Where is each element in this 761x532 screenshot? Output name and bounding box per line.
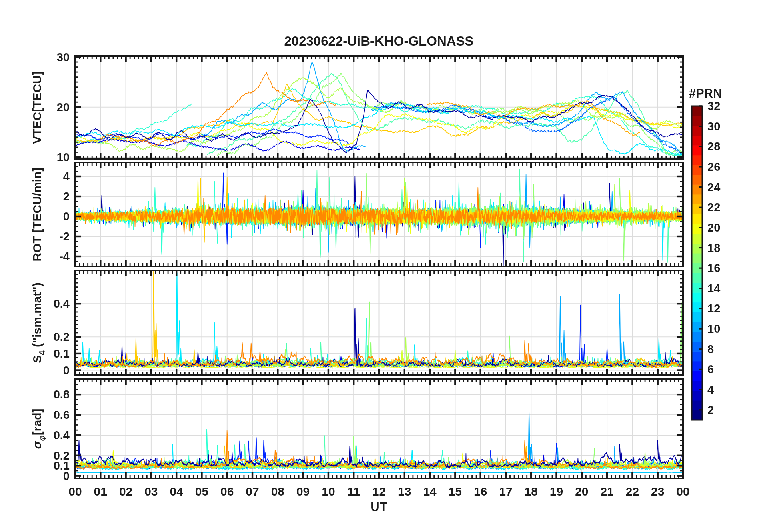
x-axis-tick-label: 04 (170, 485, 183, 498)
x-axis-tick-label: 22 (626, 485, 639, 498)
colorbar-tick-label: 30 (707, 120, 720, 133)
colorbar-tick-label: 26 (707, 160, 720, 173)
y-axis-tick-label: 0.2 (32, 449, 70, 462)
x-axis-tick-label: 20 (575, 485, 588, 498)
colorbar-tick-label: 22 (707, 201, 720, 214)
x-axis-tick-label: 05 (195, 485, 208, 498)
x-axis-tick-label: 03 (144, 485, 158, 498)
y-axis-tick-label: 0.1 (32, 347, 70, 360)
colorbar-tick-label: 6 (707, 363, 714, 376)
x-axis-tick-label: 17 (499, 485, 512, 498)
x-axis-tick-label: 13 (398, 485, 411, 498)
colorbar-tick-label: 8 (707, 342, 714, 356)
y-axis-tick-label: -4 (32, 250, 70, 263)
y-axis-tick-label: 0.4 (32, 428, 70, 442)
chart-figure: 20230622-UiB-KHO-GLONASS UT #PRN VTEC[TE… (0, 0, 761, 532)
x-axis-tick-label: 09 (296, 485, 310, 498)
colorbar-tick-label: 16 (707, 262, 720, 275)
colorbar-tick-label: 20 (707, 221, 720, 234)
x-axis-tick-label: 01 (94, 485, 107, 498)
y-axis-tick-label: 10 (32, 150, 70, 164)
y-axis-tick-label: -2 (32, 230, 70, 243)
x-axis-tick-label: 12 (372, 485, 386, 498)
colorbar-title: #PRN (689, 86, 722, 101)
y-axis-tick-label: 0.4 (32, 297, 70, 310)
colorbar-tick-label: 2 (707, 403, 714, 416)
chart-canvas (0, 0, 761, 532)
y-axis-tick-label: 30 (32, 50, 70, 64)
x-axis-tick-label: 23 (651, 485, 664, 498)
x-axis-tick-label: 19 (550, 485, 563, 498)
x-axis-tick-label: 21 (600, 485, 613, 498)
x-axis-tick-label: 15 (449, 485, 462, 498)
y-axis-tick-label: 4 (32, 170, 70, 183)
colorbar-tick-label: 24 (707, 180, 720, 194)
colorbar-tick-label: 18 (707, 241, 720, 254)
colorbar-tick-label: 10 (707, 322, 720, 336)
y-axis-tick-label: 20 (32, 100, 70, 114)
x-axis-tick-label: 10 (322, 485, 335, 498)
x-axis-tick-label: 08 (271, 485, 284, 498)
y-axis-tick-label: 0.6 (32, 408, 70, 422)
x-axis-tick-label: 11 (347, 485, 360, 498)
colorbar-tick-label: 4 (707, 383, 714, 396)
x-axis-tick-label: 14 (423, 485, 436, 498)
colorbar-tick-label: 14 (707, 282, 720, 295)
y-axis-tick-label: 0 (32, 364, 70, 377)
colorbar-tick-label: 28 (707, 140, 720, 153)
x-axis-label: UT (370, 500, 387, 514)
x-axis-tick-label: 02 (119, 485, 132, 498)
chart-title: 20230622-UiB-KHO-GLONASS (284, 34, 473, 49)
x-axis-tick-label: 07 (246, 485, 259, 498)
x-axis-tick-label: 00 (676, 485, 689, 498)
x-axis-tick-label: 00 (68, 485, 82, 498)
y-axis-tick-label: 0.8 (32, 388, 70, 401)
x-axis-tick-label: 06 (220, 485, 234, 498)
y-axis-tick-label: 0.2 (32, 330, 70, 344)
y-axis-tick-label: 0 (32, 210, 70, 223)
colorbar-tick-label: 12 (707, 302, 720, 315)
x-axis-tick-label: 18 (525, 485, 538, 498)
x-axis-tick-label: 16 (474, 485, 487, 498)
y-axis-tick-label: 2 (32, 190, 70, 203)
colorbar-tick-label: 32 (707, 100, 720, 113)
